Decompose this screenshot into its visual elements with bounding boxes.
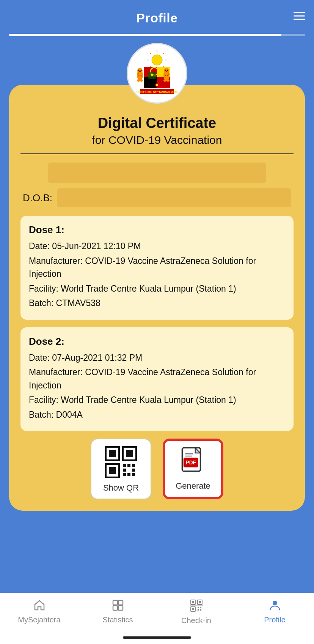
svg-rect-49: [127, 473, 130, 476]
svg-point-36: [156, 84, 158, 86]
home-indicator-bar: [123, 636, 191, 639]
svg-text:BERSEKUTU BERTAMBAH MUTU: BERSEKUTU BERTAMBAH MUTU: [136, 91, 178, 93]
svg-rect-66: [198, 607, 199, 608]
svg-rect-40: [126, 450, 133, 457]
svg-rect-69: [200, 609, 201, 611]
progress-bar: [9, 34, 305, 36]
app-header: Profile: [0, 0, 314, 32]
svg-rect-42: [109, 467, 116, 474]
action-buttons-row: Show QR PDF Generate: [20, 439, 294, 499]
dob-row: D.O.B:: [20, 188, 294, 207]
svg-rect-48: [123, 473, 126, 476]
dose1-card: Dose 1: Date: 05-Jun-2021 12:10 PM Manuf…: [20, 216, 294, 320]
dose2-facility: Facility: World Trade Centre Kuala Lumpu…: [29, 393, 285, 407]
bottom-indicator: [0, 636, 314, 644]
progress-section: [0, 32, 314, 43]
svg-point-21: [140, 79, 143, 82]
malaysia-crest-svg: BERSEKUTU BERTAMBAH MUTU: [132, 49, 182, 98]
svg-rect-61: [192, 601, 194, 603]
svg-rect-57: [118, 600, 123, 605]
dose1-facility: Facility: World Trade Centre Kuala Lumpu…: [29, 282, 285, 295]
cert-subtitle: for COVID-19 Vaccination: [20, 134, 294, 147]
svg-rect-44: [127, 464, 130, 467]
generate-pdf-icon: PDF: [180, 447, 206, 477]
generate-label: Generate: [176, 481, 210, 491]
svg-line-2: [163, 53, 164, 54]
nav-item-statistics[interactable]: Statistics: [78, 599, 157, 625]
svg-text:PDF: PDF: [186, 460, 196, 466]
svg-rect-46: [123, 469, 126, 472]
svg-point-29: [166, 79, 170, 82]
menu-icon-line1: [294, 12, 305, 13]
statistics-icon: [112, 599, 124, 613]
svg-point-20: [137, 79, 140, 82]
dob-field-redacted: [57, 188, 291, 207]
svg-line-5: [150, 53, 151, 54]
svg-point-0: [152, 55, 162, 65]
show-qr-button[interactable]: Show QR: [91, 439, 151, 499]
progress-fill: [9, 34, 281, 36]
nav-item-profile[interactable]: Profile: [236, 599, 314, 625]
nav-item-mysejahtera[interactable]: MySejahtera: [0, 599, 78, 625]
menu-icon-line2: [294, 15, 305, 16]
bottom-nav: MySejahtera Statistics: [0, 593, 314, 636]
certificate-card: Digital Certificate for COVID-19 Vaccina…: [9, 85, 305, 511]
svg-point-16: [137, 68, 143, 73]
dose2-batch: Batch: D004A: [29, 408, 285, 421]
dose1-date: Date: 05-Jun-2021 12:10 PM: [29, 240, 285, 253]
dose2-title: Dose 2:: [29, 336, 285, 347]
dose1-batch: Batch: CTMAV538: [29, 297, 285, 310]
cert-divider: [20, 153, 294, 154]
dose2-date: Date: 07-Aug-2021 01:32 PM: [29, 351, 285, 365]
menu-button[interactable]: [294, 12, 305, 20]
name-field-redacted: [48, 163, 266, 183]
dose2-card: Dose 2: Date: 07-Aug-2021 01:32 PM Manuf…: [20, 327, 294, 431]
svg-point-23: [141, 70, 142, 71]
page-title: Profile: [136, 11, 177, 25]
nav-label-profile: Profile: [264, 616, 286, 624]
svg-point-31: [167, 70, 168, 71]
nav-label-checkin: Check-in: [181, 616, 211, 625]
svg-rect-67: [200, 607, 201, 608]
coat-of-arms: BERSEKUTU BERTAMBAH MUTU: [127, 43, 187, 104]
svg-point-71: [273, 601, 277, 605]
svg-point-32: [165, 70, 166, 71]
svg-rect-47: [132, 469, 135, 472]
svg-rect-38: [109, 450, 116, 457]
nav-label-statistics: Statistics: [102, 616, 133, 624]
show-qr-label: Show QR: [103, 483, 139, 493]
svg-rect-43: [123, 464, 126, 467]
dob-label: D.O.B:: [23, 192, 52, 204]
dose1-title: Dose 1:: [29, 224, 285, 236]
dose2-manufacturer: Manufacturer: COVID-19 Vaccine AstraZene…: [29, 366, 285, 392]
svg-rect-45: [132, 464, 135, 467]
main-content: BERSEKUTU BERTAMBAH MUTU Digital Certifi…: [0, 43, 314, 593]
svg-rect-68: [198, 609, 199, 611]
nav-label-mysejahtera: MySejahtera: [18, 616, 60, 624]
svg-point-25: [164, 68, 169, 73]
qr-code-icon: [104, 445, 138, 479]
checkin-qr-icon: [190, 599, 203, 614]
svg-rect-56: [113, 600, 118, 605]
svg-point-22: [138, 70, 140, 71]
svg-rect-63: [199, 601, 201, 603]
menu-icon-line3: [294, 19, 305, 20]
svg-rect-59: [118, 606, 123, 610]
profile-icon: [269, 599, 281, 613]
svg-rect-65: [192, 608, 194, 610]
generate-button[interactable]: PDF Generate: [163, 439, 223, 499]
home-icon: [33, 599, 46, 613]
nav-item-checkin[interactable]: Check-in: [157, 599, 236, 625]
svg-point-30: [163, 79, 166, 82]
cert-title: Digital Certificate: [20, 115, 294, 131]
dose1-manufacturer: Manufacturer: COVID-19 Vaccine AstraZene…: [29, 254, 285, 281]
svg-rect-58: [113, 606, 118, 610]
svg-rect-50: [132, 473, 135, 476]
